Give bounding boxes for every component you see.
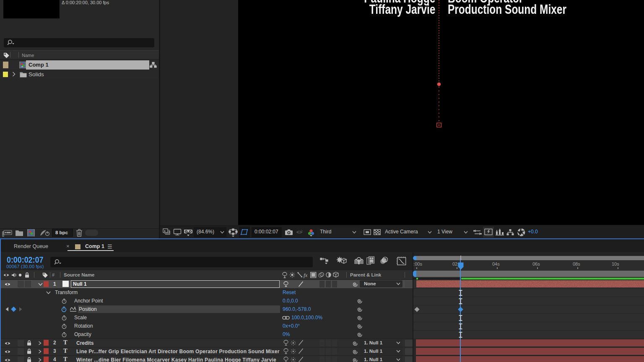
svg-text:fx: fx [304, 272, 308, 278]
